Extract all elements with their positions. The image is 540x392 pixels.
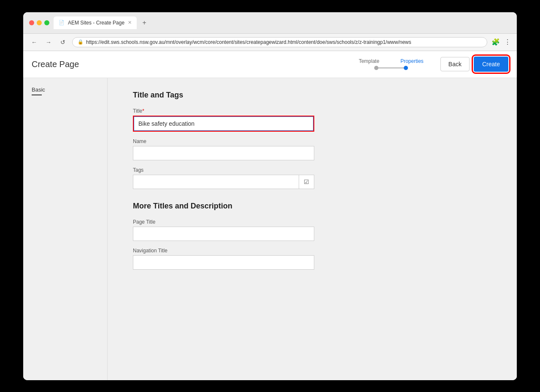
- extensions-icon[interactable]: 🧩: [491, 38, 500, 46]
- title-field-group: Title*: [133, 108, 314, 132]
- tab-area: 📄 AEM Sites - Create Page ✕ +: [54, 16, 511, 29]
- traffic-lights: [29, 20, 49, 25]
- sidebar: Basic: [23, 78, 108, 380]
- tags-input-wrapper: ☑: [133, 175, 314, 189]
- browser-toolbar-icons: 🧩 ⋮: [491, 38, 511, 46]
- name-label: Name: [133, 138, 314, 144]
- back-button[interactable]: Back: [440, 57, 470, 71]
- minimize-button[interactable]: [37, 20, 42, 25]
- steps-labels: Template Properties: [359, 58, 423, 64]
- browser-tab[interactable]: 📄 AEM Sites - Create Page ✕: [54, 16, 137, 29]
- address-input[interactable]: 🔒 https://edit.sws.schools.nsw.gov.au/mn…: [72, 37, 487, 47]
- title-required: *: [142, 108, 144, 114]
- tags-label: Tags: [133, 167, 314, 173]
- wizard-steps: Template Properties: [359, 58, 423, 70]
- form-area: Title and Tags Title* Name: [108, 78, 517, 380]
- main-area: Basic Title and Tags Title*: [23, 78, 517, 380]
- tags-field-group: Tags ☑: [133, 167, 314, 189]
- tab-title: AEM Sites - Create Page: [68, 20, 124, 26]
- nav-title-input[interactable]: [133, 255, 314, 270]
- step1-dot: [374, 66, 378, 70]
- basic-tab-underline: [32, 95, 42, 95]
- maximize-button[interactable]: [44, 20, 49, 25]
- step2-dot: [404, 66, 408, 70]
- section2-title: More Titles and Description: [133, 202, 491, 211]
- title-input[interactable]: [134, 116, 313, 131]
- page-title: Create Page: [32, 59, 359, 69]
- page-header: Create Page Template Properties Back Cre…: [23, 51, 517, 78]
- page-title-field-group: Page Title: [133, 219, 314, 241]
- page-title-input[interactable]: [133, 227, 314, 241]
- address-bar: ← → ↺ 🔒 https://edit.sws.schools.nsw.gov…: [23, 34, 517, 51]
- tab-page-icon: 📄: [59, 20, 65, 25]
- basic-tab[interactable]: Basic: [32, 87, 99, 93]
- tab-close-button[interactable]: ✕: [128, 20, 132, 25]
- title-label: Title*: [133, 108, 314, 114]
- browser-window: 📄 AEM Sites - Create Page ✕ + ← → ↺ 🔒 ht…: [23, 12, 517, 380]
- nav-title-label: Navigation Title: [133, 248, 314, 254]
- refresh-button[interactable]: ↺: [58, 37, 68, 47]
- page-content: Create Page Template Properties Back Cre…: [23, 51, 517, 380]
- title-bar: 📄 AEM Sites - Create Page ✕ +: [23, 12, 517, 34]
- step-line: [378, 68, 404, 68]
- header-actions: Back Create: [440, 57, 508, 72]
- step1-label: Template: [359, 58, 379, 64]
- forward-nav-button[interactable]: →: [43, 37, 54, 47]
- url-text: https://edit.sws.schools.nsw.gov.au/mnt/…: [86, 39, 411, 45]
- name-field-group: Name: [133, 138, 314, 160]
- menu-icon[interactable]: ⋮: [504, 38, 511, 46]
- create-button[interactable]: Create: [474, 57, 508, 72]
- new-tab-button[interactable]: +: [139, 18, 149, 28]
- name-input[interactable]: [133, 146, 314, 160]
- tags-browse-button[interactable]: ☑: [299, 175, 314, 189]
- back-nav-button[interactable]: ←: [29, 37, 39, 47]
- section1-title: Title and Tags: [133, 91, 491, 100]
- close-button[interactable]: [29, 20, 34, 25]
- step2-label: Properties: [400, 58, 424, 64]
- title-input-wrapper: [133, 116, 314, 132]
- lock-icon: 🔒: [78, 39, 84, 45]
- steps-progress: [374, 66, 408, 70]
- tags-browse-icon: ☑: [304, 178, 309, 185]
- page-title-label: Page Title: [133, 219, 314, 225]
- tags-input[interactable]: [133, 175, 299, 189]
- nav-title-field-group: Navigation Title: [133, 248, 314, 270]
